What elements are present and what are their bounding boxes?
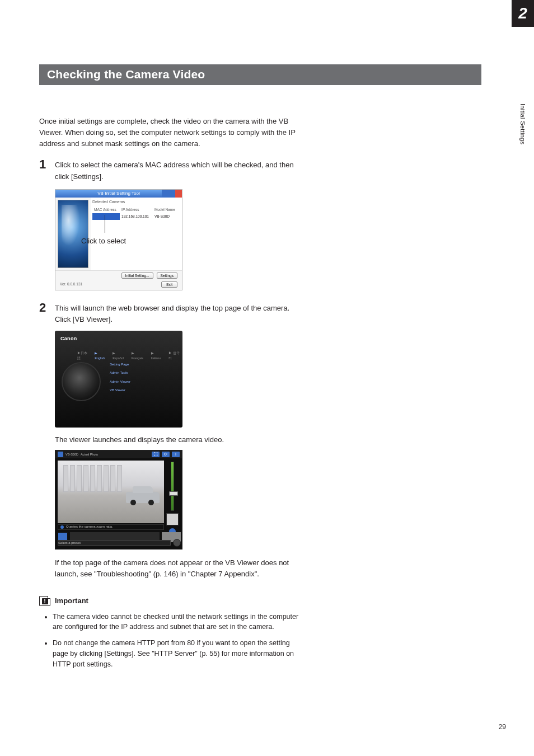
exit-button[interactable]: Exit [161, 281, 177, 288]
canon-logo: Canon [60, 335, 77, 343]
maximize-icon [168, 190, 175, 198]
group-label: Detected Cameras [92, 199, 179, 205]
lang-item[interactable]: ▶ English [95, 351, 108, 360]
screenshot-vb-viewer: VB-S30D Actual Photo ⛶ ⟳ i Qu [55, 450, 182, 550]
troubleshoot-text: If the top page of the camera does not a… [55, 557, 302, 580]
chapter-tab: 2 [512, 0, 534, 27]
lang-item[interactable]: ▶日本語 [77, 351, 90, 360]
fullscreen-icon[interactable]: ⛶ [152, 452, 160, 457]
intro-text: Once initial settings are complete, chec… [39, 116, 302, 149]
callout-line [105, 215, 105, 233]
language-row: ▶日本語 ▶ English ▶ Español ▶ Français ▶ It… [77, 351, 182, 360]
settings-button[interactable]: Settings [157, 273, 178, 279]
viewer-id: VB-S30D [65, 452, 78, 457]
step-2-text: This will launch the web browser and dis… [55, 303, 302, 325]
version-label: Ver. 0.0.0.131 [60, 281, 82, 288]
step-2-number: 2 [39, 302, 49, 325]
info-icon[interactable]: i [172, 452, 180, 457]
step-1-text: Click to select the camera's MAC address… [55, 159, 302, 182]
zoom-slider[interactable] [171, 462, 174, 511]
car [126, 492, 160, 503]
lang-item[interactable]: ▶ Italiano [151, 351, 165, 360]
lang-item[interactable]: ▶ 한국어 [168, 351, 182, 360]
viewer-app-icon [58, 452, 63, 457]
lang-item[interactable]: ▶ Español [113, 351, 127, 360]
cell-mac [92, 213, 120, 220]
figure-caption: The viewer launches and displays the cam… [55, 434, 302, 445]
important-bullet: The camera video cannot be checked until… [53, 612, 302, 633]
close-icon [175, 190, 182, 198]
link-admin-tools[interactable]: Admin Tools [110, 370, 130, 375]
cell-model: VB-S30D [153, 213, 179, 220]
preset-select[interactable]: Select a preset [58, 540, 171, 546]
video-area[interactable] [58, 461, 164, 523]
globe-icon [58, 200, 88, 268]
side-label: Initial Settings [519, 104, 526, 144]
home-button[interactable] [173, 539, 181, 547]
window-title: VB Initial Setting Tool [97, 190, 139, 197]
page-title: Checking the Camera Video [39, 64, 481, 85]
status-icon [60, 525, 64, 529]
col-ip: IP Address [120, 206, 153, 213]
step-1-number: 1 [39, 158, 49, 182]
important-bullet: Do not change the camera HTTP port from … [53, 638, 302, 669]
initial-setting-button[interactable]: Initial Setting... [121, 273, 153, 279]
table-row[interactable]: 192.168.100.101 VB-S30D [92, 213, 179, 220]
screenshot-setting-tool: VB Initial Setting Tool Detected Cameras… [55, 189, 182, 290]
link-admin-viewer[interactable]: Admin Viewer [110, 379, 130, 384]
link-vb-viewer[interactable]: VB Viewer [110, 388, 130, 393]
camera-lens-icon [62, 362, 101, 401]
important-heading: Important [55, 595, 88, 607]
col-mac: MAC Address [92, 206, 120, 213]
important-icon [39, 596, 50, 606]
status-text: Queries the camera zoom ratio. [66, 524, 113, 529]
cell-ip: 192.168.100.101 [120, 213, 153, 220]
link-setting-page[interactable]: Setting Page [110, 362, 130, 367]
page-number: 29 [499, 723, 506, 731]
reconnect-icon[interactable]: ⟳ [162, 452, 170, 457]
col-model: Model Name [153, 206, 179, 213]
panel-box[interactable] [166, 513, 179, 525]
lang-item[interactable]: ▶ Français [132, 351, 147, 360]
screenshot-top-page: Canon ▶日本語 ▶ English ▶ Español ▶ Françai… [55, 331, 182, 428]
minimize-icon [162, 190, 168, 198]
viewer-mode: Actual Photo [81, 452, 98, 457]
